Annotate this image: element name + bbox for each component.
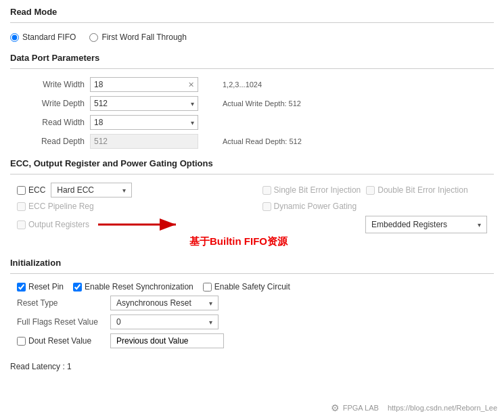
ecc-right-2: Dynamic Power Gating bbox=[262, 202, 488, 211]
ecc-row-2: ECC Pipeline Reg Dynamic Power Gating bbox=[17, 202, 487, 211]
write-width-hint: 1,2,3...1024 bbox=[223, 80, 487, 89]
read-mode-options: Standard FIFO First Word Fall Through bbox=[10, 28, 494, 46]
annotation-arrow bbox=[95, 215, 183, 234]
enable-safety-checkbox[interactable] bbox=[203, 283, 212, 291]
output-registers-checkbox[interactable] bbox=[17, 220, 26, 229]
ecc-right-1: Single Bit Error Injection Double Bit Er… bbox=[262, 185, 488, 195]
full-flags-row: Full Flags Reset Value 0 ▾ bbox=[17, 314, 487, 329]
write-width-label: Write Width bbox=[17, 80, 85, 89]
write-depth-select[interactable]: 512 ▾ bbox=[90, 96, 198, 111]
read-depth-label: Read Depth bbox=[17, 137, 85, 146]
reset-pin-label[interactable]: Reset Pin bbox=[17, 282, 64, 291]
enable-reset-sync-label[interactable]: Enable Reset Synchronization bbox=[73, 282, 193, 291]
ecc-checkbox-label[interactable]: ECC bbox=[17, 185, 45, 195]
ecc-row-3: Output Registers Embedded Registers ▾ bbox=[17, 215, 487, 234]
watermark-brand: FPGA LAB bbox=[343, 404, 379, 412]
dout-reset-checkbox-label[interactable]: Dout Reset Value bbox=[17, 336, 105, 346]
data-port-title: Data Port Parameters bbox=[10, 53, 494, 63]
write-depth-label: Write Depth bbox=[17, 99, 85, 108]
standard-fifo-label: Standard FIFO bbox=[22, 32, 76, 42]
read-depth-actual: Actual Read Depth: 512 bbox=[223, 137, 487, 145]
read-depth-input: 512 bbox=[90, 134, 198, 149]
write-depth-chevron: ▾ bbox=[191, 100, 194, 108]
init-row-1: Reset Pin Enable Reset Synchronization E… bbox=[17, 282, 487, 291]
full-flags-chevron: ▾ bbox=[209, 319, 212, 326]
ecc-label: ECC bbox=[28, 185, 45, 195]
ecc-left-2: ECC Pipeline Reg bbox=[17, 202, 242, 211]
write-width-clear[interactable]: ✕ bbox=[188, 80, 194, 89]
ecc-pipeline-label[interactable]: ECC Pipeline Reg bbox=[17, 202, 94, 211]
ecc-checkbox[interactable] bbox=[17, 186, 26, 195]
enable-safety-label[interactable]: Enable Safety Circuit bbox=[203, 282, 290, 291]
read-width-select[interactable]: 18 ▾ bbox=[90, 115, 198, 130]
read-width-label: Read Width bbox=[17, 118, 85, 127]
reset-type-select[interactable]: Asynchronous Reset ▾ bbox=[110, 296, 219, 310]
enable-reset-sync-checkbox[interactable] bbox=[73, 283, 82, 291]
read-latency: Read Latency : 1 bbox=[10, 362, 494, 371]
ecc-dropdown[interactable]: Hard ECC ▾ bbox=[51, 183, 132, 197]
gear-icon: ⚙ bbox=[331, 402, 340, 413]
double-bit-checkbox[interactable] bbox=[366, 186, 375, 195]
read-mode-section: Read Mode Standard FIFO First Word Fall … bbox=[10, 7, 494, 46]
init-content: Reset Pin Enable Reset Synchronization E… bbox=[10, 279, 494, 355]
read-width-chevron: ▾ bbox=[191, 119, 194, 126]
read-mode-title: Read Mode bbox=[10, 7, 494, 17]
dout-reset-checkbox[interactable] bbox=[17, 337, 26, 346]
standard-fifo-option[interactable]: Standard FIFO bbox=[10, 32, 76, 42]
single-bit-label[interactable]: Single Bit Error Injection bbox=[262, 185, 361, 195]
param-grid: Write Width 18 ✕ 1,2,3...1024 Write Dept… bbox=[10, 74, 494, 151]
dynamic-power-label[interactable]: Dynamic Power Gating bbox=[262, 202, 357, 211]
embedded-registers-area: Embedded Registers ▾ bbox=[365, 216, 487, 233]
ecc-pipeline-checkbox[interactable] bbox=[17, 202, 26, 211]
dout-reset-input[interactable] bbox=[110, 333, 224, 348]
ecc-left-3: Output Registers bbox=[17, 215, 359, 234]
output-registers-label[interactable]: Output Registers bbox=[17, 220, 89, 229]
reset-type-label: Reset Type bbox=[17, 298, 105, 308]
annotation-text: 基于Builtin FIFO资源 bbox=[189, 235, 288, 248]
ecc-title: ECC, Output Register and Power Gating Op… bbox=[10, 158, 494, 168]
first-word-option[interactable]: First Word Fall Through bbox=[89, 32, 187, 42]
ecc-left-1: ECC Hard ECC ▾ bbox=[17, 183, 242, 197]
annotation-row: 基于Builtin FIFO资源 bbox=[186, 235, 487, 248]
first-word-label: First Word Fall Through bbox=[101, 32, 187, 42]
reset-pin-checkbox[interactable] bbox=[17, 283, 26, 291]
full-flags-label: Full Flags Reset Value bbox=[17, 317, 105, 327]
data-port-section: Data Port Parameters Write Width 18 ✕ 1,… bbox=[10, 53, 494, 151]
dynamic-power-checkbox[interactable] bbox=[262, 202, 271, 211]
reset-type-row: Reset Type Asynchronous Reset ▾ bbox=[17, 296, 487, 310]
single-bit-checkbox[interactable] bbox=[262, 186, 271, 195]
initialization-title: Initialization bbox=[10, 258, 494, 268]
dout-reset-row: Dout Reset Value bbox=[17, 333, 487, 348]
reset-type-chevron: ▾ bbox=[209, 300, 212, 307]
first-word-radio[interactable] bbox=[89, 33, 98, 42]
ecc-section: ECC, Output Register and Power Gating Op… bbox=[10, 158, 494, 251]
full-flags-select[interactable]: 0 ▾ bbox=[110, 314, 219, 329]
ecc-row-1: ECC Hard ECC ▾ Single Bit Error Injectio… bbox=[17, 183, 487, 197]
initialization-section: Initialization Reset Pin Enable Reset Sy… bbox=[10, 258, 494, 355]
watermark: ⚙ FPGA LAB https://blog.csdn.net/Reborn_… bbox=[331, 402, 497, 413]
embedded-chevron: ▾ bbox=[478, 221, 481, 229]
double-bit-label[interactable]: Double Bit Error Injection bbox=[366, 185, 467, 195]
embedded-dropdown[interactable]: Embedded Registers ▾ bbox=[365, 216, 487, 233]
write-width-input[interactable]: 18 ✕ bbox=[90, 77, 198, 92]
standard-fifo-radio[interactable] bbox=[10, 33, 19, 42]
ecc-content: ECC Hard ECC ▾ Single Bit Error Injectio… bbox=[10, 180, 494, 251]
ecc-dropdown-chevron: ▾ bbox=[122, 187, 126, 194]
write-depth-actual: Actual Write Depth: 512 bbox=[223, 99, 487, 108]
watermark-url: https://blog.csdn.net/Reborn_Lee bbox=[388, 404, 497, 412]
